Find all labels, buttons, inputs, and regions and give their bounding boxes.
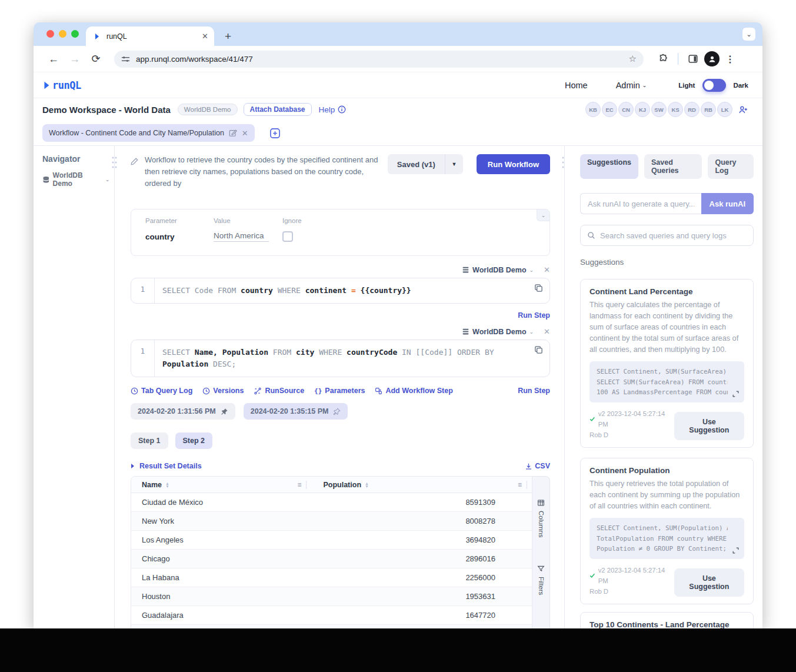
extensions-icon[interactable]: [658, 54, 668, 64]
version-dropdown-arrow-icon[interactable]: ▼: [445, 154, 463, 174]
step2-run-step-link[interactable]: Run Step: [518, 387, 550, 395]
parameters-link[interactable]: {} Parameters: [314, 387, 365, 395]
column-divider[interactable]: [527, 481, 527, 489]
ignore-checkbox[interactable]: [282, 231, 293, 242]
table-row[interactable]: La Habana2256000: [131, 568, 532, 587]
search-input[interactable]: [600, 231, 747, 240]
sort-icon[interactable]: ▲▼: [165, 482, 169, 488]
suggestion-code-block[interactable]: SELECT Continent, SUM(SurfaceArea) / ( S…: [589, 361, 744, 402]
browser-profile-avatar[interactable]: [704, 51, 720, 66]
reload-icon[interactable]: ⟳: [88, 52, 104, 65]
step2-sql-editor[interactable]: 1 SELECT Name, Population FROM city WHER…: [131, 340, 550, 377]
avatar[interactable]: RB: [701, 102, 716, 117]
url-bar[interactable]: app.runql.com/workspace/41/477 ☆: [114, 51, 644, 68]
collapse-parameters-icon[interactable]: ⌄: [537, 209, 549, 221]
tab-suggestions[interactable]: Suggestions: [580, 154, 638, 179]
column-menu-icon[interactable]: ≡: [518, 481, 522, 489]
minimize-window-button[interactable]: [59, 30, 66, 38]
parameter-value-input[interactable]: [214, 231, 269, 242]
avatar[interactable]: KB: [585, 102, 601, 117]
attach-database-button[interactable]: Attach Database: [244, 103, 312, 116]
browser-tab[interactable]: runQL ✕: [86, 26, 214, 46]
close-workflow-icon[interactable]: ✕: [242, 129, 248, 138]
workflow-tab[interactable]: Workflow - Continent Code and City Name/…: [42, 124, 255, 142]
suggestion-code-block[interactable]: SELECT Continent, SUM(Population) AS Tot…: [589, 518, 744, 559]
step2-db-selector[interactable]: WorldDB Demo ⌄ ✕: [131, 327, 550, 336]
add-workflow-step-link[interactable]: Add Workflow Step: [375, 387, 452, 395]
use-suggestion-button[interactable]: Use Suggestion: [674, 412, 744, 440]
copy-sql-icon[interactable]: [534, 284, 543, 292]
help-link[interactable]: Help: [319, 105, 347, 114]
new-workflow-tab-icon[interactable]: [269, 128, 281, 139]
maximize-window-button[interactable]: [71, 30, 79, 38]
avatar[interactable]: EC: [602, 102, 617, 117]
table-row[interactable]: Houston1953631: [131, 587, 532, 606]
run-chip-selected[interactable]: 2024-02-20 1:35:15 PM: [244, 403, 348, 420]
tab-close-icon[interactable]: ✕: [202, 32, 208, 41]
avatar[interactable]: SW: [651, 102, 667, 117]
tab-saved-queries[interactable]: Saved Queries: [644, 154, 702, 179]
step1-db-selector[interactable]: WorldDB Demo ⌄ ✕: [131, 265, 550, 274]
table-row[interactable]: New York8008278: [131, 512, 532, 531]
runsource-link[interactable]: RunSource: [254, 387, 304, 395]
column-divider[interactable]: [306, 481, 307, 489]
run-workflow-button[interactable]: Run Workflow: [477, 154, 550, 174]
expand-code-icon[interactable]: [732, 547, 739, 554]
site-info-icon[interactable]: [121, 55, 130, 64]
result-set-details-toggle[interactable]: Result Set Details: [131, 462, 202, 470]
column-menu-icon[interactable]: ≡: [297, 481, 301, 489]
avatar[interactable]: RD: [684, 102, 700, 117]
suggestion-card[interactable]: Continent Land Percentage This query cal…: [580, 279, 754, 448]
step1-tab[interactable]: Step 1: [131, 433, 168, 449]
avatar[interactable]: CN: [618, 102, 634, 117]
bookmark-star-icon[interactable]: ☆: [629, 54, 637, 64]
download-csv-link[interactable]: CSV: [525, 462, 550, 470]
workflow-description[interactable]: Workflow to retrieve the country codes b…: [145, 154, 382, 189]
table-row[interactable]: Guadalajara1647720: [131, 606, 532, 625]
runql-logo[interactable]: runQL: [42, 79, 81, 91]
sort-icon[interactable]: ▲▼: [365, 482, 369, 488]
tab-overflow-icon[interactable]: ⌄: [742, 28, 755, 41]
table-row[interactable]: Los Angeles3694820: [131, 531, 532, 550]
columns-tool[interactable]: Columns: [537, 499, 545, 537]
use-suggestion-button[interactable]: Use Suggestion: [674, 568, 744, 597]
theme-toggle[interactable]: [702, 79, 726, 92]
browser-menu-icon[interactable]: ⋮: [725, 54, 735, 65]
expand-code-icon[interactable]: [732, 391, 739, 397]
versions-link[interactable]: Versions: [202, 387, 244, 395]
ask-runai-input[interactable]: [580, 193, 701, 214]
step1-sql-editor[interactable]: 1 SELECT Code FROM country WHERE contine…: [131, 278, 550, 304]
side-panel-icon[interactable]: [688, 54, 698, 64]
filters-tool[interactable]: Filters: [537, 565, 545, 595]
saved-version-dropdown[interactable]: Saved (v1) ▼: [388, 154, 463, 174]
ask-runai-button[interactable]: Ask runAI: [701, 193, 754, 214]
search-box[interactable]: [580, 225, 754, 246]
run-chip-pinned[interactable]: 2024-02-20 1:31:56 PM: [131, 403, 235, 420]
avatar[interactable]: KS: [668, 102, 683, 117]
avatar[interactable]: LK: [717, 102, 732, 117]
nav-home[interactable]: Home: [565, 81, 588, 90]
name-column-header[interactable]: Name ▲▼ ≡: [131, 481, 311, 489]
add-user-icon[interactable]: [738, 105, 748, 115]
back-icon[interactable]: ←: [46, 53, 61, 65]
panel-resize-handle[interactable]: [561, 155, 565, 169]
suggestion-card[interactable]: Continent Population This query retrieve…: [580, 458, 754, 604]
edit-description-icon[interactable]: [131, 157, 139, 165]
tab-query-log[interactable]: Query Log: [708, 154, 754, 179]
new-tab-button[interactable]: +: [225, 31, 231, 42]
remove-step1-icon[interactable]: ✕: [544, 265, 550, 274]
edit-workflow-icon[interactable]: [229, 129, 237, 137]
suggestion-card[interactable]: Top 10 Continents - Land Percentage This…: [580, 612, 754, 628]
copy-sql-icon[interactable]: [534, 345, 543, 354]
remove-step2-icon[interactable]: ✕: [544, 327, 550, 336]
population-column-header[interactable]: Population ▲▼ ≡: [311, 481, 532, 489]
nav-admin[interactable]: Admin ⌄: [616, 81, 647, 90]
table-row[interactable]: Chicago2896016: [131, 550, 532, 568]
close-window-button[interactable]: [46, 30, 54, 38]
table-row[interactable]: Ciudad de México8591309: [131, 493, 532, 512]
step2-tab[interactable]: Step 2: [175, 433, 213, 449]
tab-query-log-link[interactable]: Tab Query Log: [131, 387, 192, 395]
forward-icon[interactable]: →: [67, 53, 82, 65]
step1-run-step-link[interactable]: Run Step: [518, 311, 550, 320]
avatar[interactable]: KJ: [635, 102, 650, 117]
